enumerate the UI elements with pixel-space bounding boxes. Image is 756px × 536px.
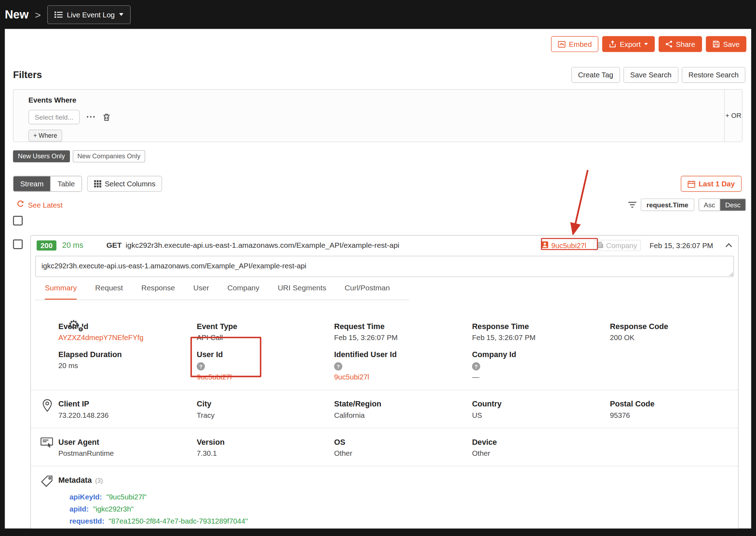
see-latest-button[interactable]: See Latest (17, 201, 63, 209)
field-event-type: Event Type API Call (197, 322, 334, 341)
caret-down-icon (644, 43, 648, 45)
filters-header: Filters Create Tag Save Search Restore S… (13, 67, 745, 83)
sort-desc-button[interactable]: Desc (720, 199, 745, 210)
metadata-entry: requestId: "87ea1250-2f84-47e7-badc-7931… (69, 515, 738, 527)
new-users-only-toggle[interactable]: New Users Only (13, 150, 70, 162)
user-agent-icon (40, 437, 53, 450)
chevron-up-icon[interactable] (725, 243, 732, 248)
filter-more-button[interactable]: ··· (86, 112, 96, 122)
tab-curl-postman[interactable]: Curl/Postman (345, 284, 390, 300)
status-code-badge: 200 (37, 240, 56, 250)
quick-filter-chips: New Users Only New Companies Only (13, 150, 145, 162)
field-os: OS Other (334, 438, 472, 457)
section-geo: Client IP 73.220.148.236 City Tracy Stat… (31, 390, 738, 428)
restore-search-button[interactable]: Restore Search (682, 67, 745, 83)
metadata-count: (3) (95, 477, 103, 484)
field-version: Version 7.30.1 (197, 438, 334, 457)
identified-user-id-link[interactable]: 9uc5ubi27l (334, 373, 472, 381)
sort-controls: request.Time Asc Desc (628, 198, 746, 211)
view-mode-toggle: Stream Table (13, 176, 82, 192)
add-or-button[interactable]: + OR (724, 89, 742, 142)
metadata-entry: apiId: "igkc292r3h" (69, 503, 738, 515)
save-label: Save (723, 40, 739, 48)
stream-view-button[interactable]: Stream (14, 176, 50, 191)
latency-value: 20 ms (62, 241, 83, 250)
tab-user[interactable]: User (193, 284, 209, 300)
event-header-right: 9uc5ubi27l Company Fe (539, 240, 733, 251)
select-all-checkbox[interactable] (13, 216, 23, 225)
create-tag-button[interactable]: Create Tag (571, 67, 620, 83)
tag-icon (40, 475, 53, 489)
date-range-button[interactable]: Last 1 Day (681, 176, 741, 192)
embed-label: Embed (569, 40, 592, 48)
top-bar: New > Live Event Log (0, 0, 756, 29)
metadata-list: apiKeyId: "9uc5ubi27l" apiId: "igkc292r3… (69, 491, 738, 527)
field-user-id: User Id ? 9uc5ubi27l (197, 350, 334, 381)
event-detail-card: 200 20 ms GET igkc292r3h.execute-api.us-… (30, 235, 739, 528)
filter-group: Events Where Select field... ··· + Where (28, 96, 723, 142)
sort-field-button[interactable]: request.Time (641, 198, 694, 211)
breadcrumb-separator: > (35, 9, 41, 21)
company-badge[interactable]: Company (594, 240, 641, 251)
table-view-button[interactable]: Table (50, 176, 82, 191)
event-timestamp: Feb 15, 3:26:07 PM (649, 241, 713, 249)
tab-response[interactable]: Response (141, 284, 175, 300)
event-row-checkbox[interactable] (13, 239, 23, 249)
save-icon (713, 40, 720, 48)
view-button-label: Live Event Log (67, 10, 115, 18)
section-event-info: ⚙i Event Id AYZXZ4dmepY7NEfeFYfg Event T… (31, 300, 738, 389)
action-toolbar: Embed Export (551, 36, 746, 52)
tab-uri-segments[interactable]: URI Segments (278, 284, 326, 300)
export-icon (609, 40, 616, 48)
embed-icon (558, 41, 566, 48)
embed-button[interactable]: Embed (551, 36, 599, 52)
field-postal-code: Postal Code 95376 (610, 400, 738, 419)
events-where-label: Events Where (28, 96, 723, 104)
latest-sort-row: See Latest request.Time Asc Desc (17, 198, 746, 211)
export-label: Export (620, 40, 641, 48)
see-latest-label: See Latest (28, 201, 63, 209)
trash-icon[interactable] (103, 113, 110, 121)
add-where-button[interactable]: + Where (28, 130, 62, 142)
user-icon (541, 241, 549, 250)
main-panel: Embed Export (5, 29, 751, 528)
event-url: igkc292r3h.execute-api.us-east-1.amazona… (126, 241, 400, 250)
event-row-header[interactable]: 200 20 ms GET igkc292r3h.execute-api.us-… (31, 236, 738, 255)
live-event-log-button[interactable]: Live Event Log (47, 5, 130, 24)
field-elapsed-duration: Elapsed Duration 20 ms (58, 350, 196, 370)
filter-builder: Events Where Select field... ··· + Where… (13, 89, 742, 142)
field-device: Device Other (472, 438, 610, 457)
user-id-text: 9uc5ubi27l (551, 241, 586, 249)
date-range-label: Last 1 Day (698, 180, 735, 188)
help-icon[interactable]: ? (472, 362, 480, 371)
select-columns-button[interactable]: Select Columns (87, 176, 162, 192)
building-icon (598, 241, 604, 249)
share-button[interactable]: Share (659, 36, 702, 52)
save-search-button[interactable]: Save Search (623, 67, 679, 83)
field-company-id: Company Id ? — (472, 350, 610, 381)
user-id-badge[interactable]: 9uc5ubi27l (539, 240, 588, 251)
metadata-entry: apiKeyId: "9uc5ubi27l" (69, 491, 738, 503)
help-icon[interactable]: ? (334, 362, 342, 371)
metadata-title: Metadata (58, 476, 92, 485)
caret-down-icon (119, 13, 123, 16)
select-field-dropdown[interactable]: Select field... (28, 110, 80, 124)
export-button[interactable]: Export (603, 36, 655, 52)
save-button[interactable]: Save (706, 36, 746, 52)
url-textarea[interactable]: igkc292r3h.execute-api.us-east-1.amazona… (35, 256, 734, 277)
field-country: Country US (472, 400, 610, 419)
filters-actions: Create Tag Save Search Restore Search (571, 67, 745, 83)
tab-company[interactable]: Company (227, 284, 259, 300)
http-method: GET (106, 241, 122, 250)
filter-funnel-icon[interactable] (628, 201, 636, 208)
tab-request[interactable]: Request (95, 284, 123, 300)
section-metadata: Metadata (3) apiKeyId: "9uc5ubi27l" apiI… (31, 466, 738, 528)
section-user-agent: User Agent PostmanRuntime Version 7.30.1… (31, 428, 738, 466)
sort-asc-button[interactable]: Asc (699, 199, 720, 210)
refresh-icon (17, 201, 24, 209)
tab-summary[interactable]: Summary (45, 284, 77, 300)
user-id-link[interactable]: 9uc5ubi27l (197, 373, 334, 381)
event-id-link[interactable]: AYZXZ4dmepY7NEfeFYfg (58, 333, 196, 341)
new-companies-only-toggle[interactable]: New Companies Only (72, 150, 145, 162)
help-icon[interactable]: ? (197, 362, 205, 371)
